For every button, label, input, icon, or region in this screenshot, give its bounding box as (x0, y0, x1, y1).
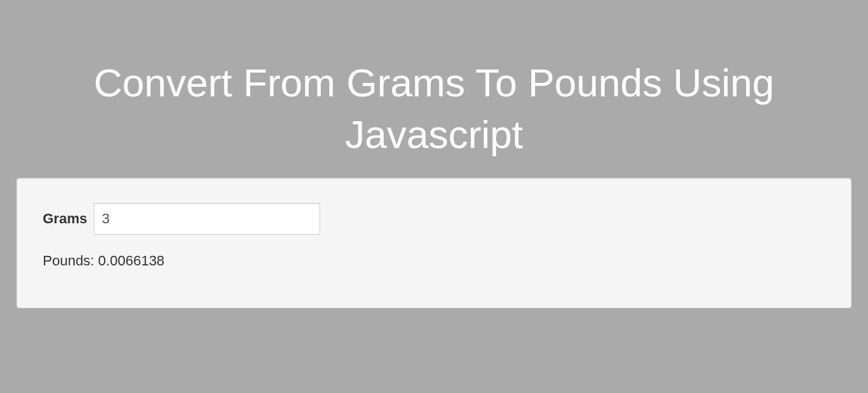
grams-label: Grams (43, 211, 87, 227)
input-row: Grams (43, 203, 825, 235)
output-row: Pounds: 0.0066138 (43, 253, 825, 269)
page-title: Convert From Grams To Pounds Using Javas… (17, 57, 851, 160)
main-container: Convert From Grams To Pounds Using Javas… (0, 57, 868, 308)
grams-input[interactable] (94, 203, 320, 235)
converter-panel: Grams Pounds: 0.0066138 (17, 178, 851, 308)
output-label: Pounds: (43, 253, 94, 269)
output-value: 0.0066138 (98, 253, 165, 269)
